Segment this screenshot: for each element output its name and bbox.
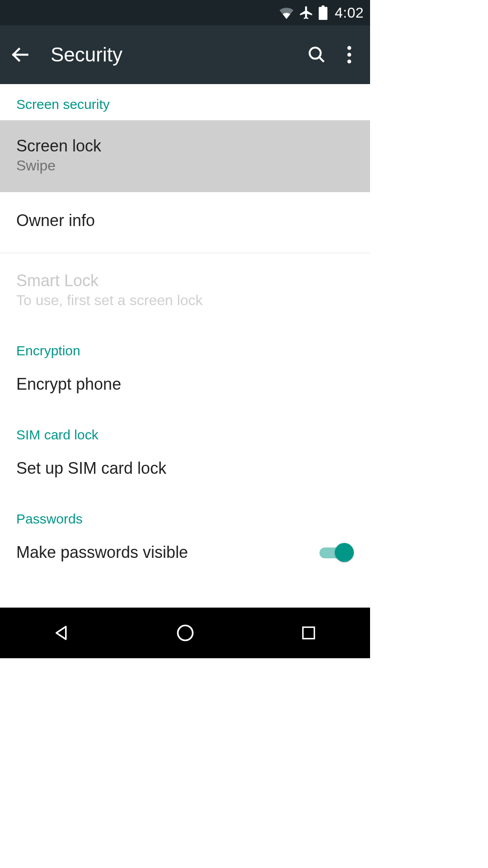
item-title: Owner info xyxy=(16,211,95,230)
svg-point-7 xyxy=(347,60,352,64)
svg-line-4 xyxy=(319,57,324,62)
status-icons: 4:02 xyxy=(279,5,364,21)
status-time: 4:02 xyxy=(335,5,364,21)
svg-marker-8 xyxy=(56,627,66,639)
item-sim-card-lock[interactable]: Set up SIM card lock xyxy=(0,451,370,495)
item-title: Set up SIM card lock xyxy=(16,459,166,478)
item-encrypt-phone[interactable]: Encrypt phone xyxy=(0,367,370,411)
item-title: Encrypt phone xyxy=(16,375,121,394)
section-header-passwords: Passwords xyxy=(0,495,370,535)
section-header-encryption: Encryption xyxy=(0,327,370,367)
item-password-visible[interactable]: Make passwords visible xyxy=(0,535,370,578)
svg-point-9 xyxy=(178,626,192,641)
navigation-bar xyxy=(0,608,370,658)
item-owner-info[interactable]: Owner info xyxy=(0,192,370,253)
item-subtitle: Swipe xyxy=(16,157,101,174)
item-smart-lock: Smart Lock To use, first set a screen lo… xyxy=(0,253,370,327)
app-bar: Security xyxy=(0,25,370,84)
item-title: Make passwords visible xyxy=(16,543,188,562)
item-screen-lock[interactable]: Screen lock Swipe xyxy=(0,120,370,192)
svg-point-5 xyxy=(347,46,352,50)
back-button[interactable] xyxy=(9,44,31,66)
nav-recent-button[interactable] xyxy=(295,619,322,646)
password-visible-toggle[interactable] xyxy=(319,543,354,562)
battery-icon xyxy=(319,5,328,20)
svg-point-6 xyxy=(347,53,352,57)
item-title: Screen lock xyxy=(16,137,101,156)
svg-rect-1 xyxy=(322,5,324,8)
status-bar: 4:02 xyxy=(0,0,370,25)
item-subtitle: To use, first set a screen lock xyxy=(16,292,203,309)
section-header-sim: SIM card lock xyxy=(0,411,370,451)
overflow-menu-button[interactable] xyxy=(338,43,361,66)
page-title: Security xyxy=(51,43,296,66)
settings-list: Screen security Screen lock Swipe Owner … xyxy=(0,84,370,578)
item-title: Smart Lock xyxy=(16,271,203,290)
svg-rect-0 xyxy=(319,7,327,20)
nav-back-button[interactable] xyxy=(48,619,75,646)
airplane-mode-icon xyxy=(299,5,314,20)
svg-point-3 xyxy=(310,47,321,59)
svg-rect-10 xyxy=(303,627,314,638)
section-header-screen-security: Screen security xyxy=(0,84,370,120)
wifi-icon xyxy=(279,6,294,19)
nav-home-button[interactable] xyxy=(172,619,199,646)
toggle-thumb xyxy=(335,543,354,562)
search-button[interactable] xyxy=(305,43,328,66)
